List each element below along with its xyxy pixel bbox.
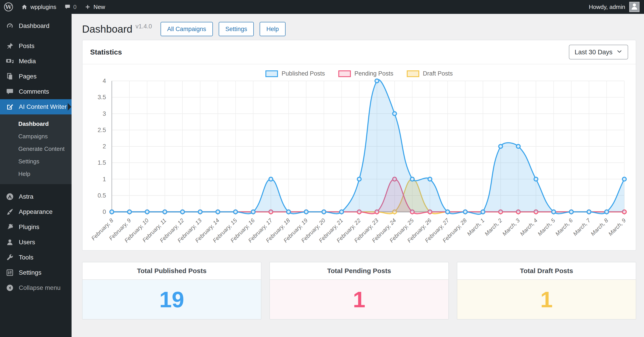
wrench-icon: [6, 253, 14, 262]
statistics-chart-svg: 00.511.522.533.54February, 8February, 9F…: [82, 64, 636, 250]
sidebar-item-label: Pages: [19, 73, 36, 80]
legend-swatch-published: [266, 70, 278, 77]
page-title: Dashboard: [82, 23, 132, 35]
sidebar-item-label: AI Content Writer: [19, 103, 67, 110]
sliders-icon: [6, 269, 14, 277]
pages-icon: [6, 72, 14, 80]
new-content-menu[interactable]: New: [80, 0, 109, 14]
svg-text:March, 8: March, 8: [590, 217, 609, 237]
svg-text:March, 3: March, 3: [501, 217, 521, 237]
svg-text:0: 0: [103, 209, 106, 215]
submenu-item-help[interactable]: Help: [0, 168, 72, 180]
all-campaigns-button[interactable]: All Campaigns: [160, 22, 213, 36]
submenu-item-campaigns[interactable]: Campaigns: [0, 130, 72, 143]
sidebar-item-label: Comments: [19, 88, 49, 95]
legend-item-draft[interactable]: Draft Posts: [407, 70, 453, 77]
svg-text:2.5: 2.5: [98, 127, 106, 133]
statistics-chart: Published Posts Pending Posts Draft Post…: [82, 64, 636, 250]
total-draft-value: 1: [540, 287, 553, 313]
sidebar-submenu: DashboardCampaignsGenerate ContentSettin…: [0, 114, 72, 184]
total-published-value: 19: [159, 287, 184, 313]
svg-text:4: 4: [103, 77, 106, 84]
sidebar-item-label: Dashboard: [19, 22, 50, 29]
sidebar-item-settings[interactable]: Settings: [0, 265, 72, 280]
sidebar-menu-bottom: AstraAppearancePluginsUsersToolsSettings: [0, 189, 72, 280]
sidebar-item-users[interactable]: Users: [0, 235, 72, 250]
legend-swatch-pending: [338, 70, 351, 77]
summary-cards: Total Published Posts 19 Total Pending P…: [82, 262, 636, 320]
sidebar-item-label: Users: [19, 239, 35, 246]
sidebar-item-astra[interactable]: Astra: [0, 189, 72, 204]
settings-button[interactable]: Settings: [219, 22, 254, 36]
sidebar-menu-top: DashboardPostsMediaPagesCommentsAI Conte…: [0, 18, 72, 114]
statistics-title: Statistics: [90, 48, 122, 56]
legend-item-pending[interactable]: Pending Posts: [338, 70, 393, 77]
sidebar-item-appearance[interactable]: Appearance: [0, 204, 72, 219]
home-icon: [21, 3, 28, 10]
comments-icon: [6, 88, 14, 96]
comments-shortcut[interactable]: 0: [60, 0, 80, 14]
total-pending-value: 1: [353, 287, 366, 313]
legend-item-published[interactable]: Published Posts: [266, 70, 325, 77]
total-draft-title: Total Draft Posts: [457, 262, 636, 280]
dashboard-icon: [6, 22, 14, 30]
sidebar-item-pages[interactable]: Pages: [0, 69, 72, 84]
sidebar-item-media[interactable]: Media: [0, 54, 72, 69]
total-published-title: Total Published Posts: [82, 262, 261, 280]
total-pending-card: Total Pending Posts 1: [270, 262, 449, 320]
svg-text:3: 3: [103, 110, 106, 117]
sidebar-item-label: Astra: [19, 193, 33, 200]
howdy-text[interactable]: Howdy, admin: [589, 3, 625, 10]
admin-bar-right: Howdy, admin: [589, 0, 644, 14]
site-link[interactable]: wpplugins: [17, 0, 60, 14]
legend-label-pending: Pending Posts: [354, 70, 393, 77]
svg-text:March, 6: March, 6: [554, 217, 574, 237]
site-name: wpplugins: [30, 3, 56, 10]
sidebar-item-tools[interactable]: Tools: [0, 250, 72, 265]
svg-text:1: 1: [103, 176, 106, 183]
chart-legend: Published Posts Pending Posts Draft Post…: [82, 70, 636, 77]
brush-icon: [6, 208, 14, 216]
plugin-version: v1.4.0: [136, 23, 152, 30]
media-icon: [6, 57, 14, 65]
total-published-body: 19: [82, 280, 261, 319]
sidebar-item-posts[interactable]: Posts: [0, 38, 72, 54]
sidebar-item-label: Settings: [19, 269, 41, 276]
user-avatar[interactable]: [629, 2, 640, 12]
comment-count: 0: [73, 3, 76, 10]
svg-text:March, 2: March, 2: [484, 217, 503, 237]
sidebar-item-label: Appearance: [19, 208, 52, 215]
sidebar-item-plugins[interactable]: Plugins: [0, 219, 72, 235]
chevron-down-icon: [616, 48, 622, 56]
sidebar-item-dashboard[interactable]: Dashboard: [0, 18, 72, 33]
submenu-item-generate-content[interactable]: Generate Content: [0, 143, 72, 155]
sidebar-item-label: Plugins: [19, 224, 39, 231]
admin-sidebar: DashboardPostsMediaPagesCommentsAI Conte…: [0, 14, 72, 337]
svg-text:March, 7: March, 7: [572, 217, 592, 237]
svg-text:2: 2: [103, 143, 106, 150]
user-icon: [6, 238, 14, 246]
submenu-item-settings[interactable]: Settings: [0, 155, 72, 168]
sidebar-item-label: Media: [19, 58, 36, 65]
sidebar-item-comments[interactable]: Comments: [0, 84, 72, 99]
legend-label-draft: Draft Posts: [423, 70, 453, 77]
submenu-item-dashboard[interactable]: Dashboard: [0, 118, 72, 130]
svg-text:3.5: 3.5: [98, 94, 106, 101]
sidebar-item-collapse-menu[interactable]: Collapse menu: [0, 280, 72, 296]
help-button[interactable]: Help: [260, 22, 286, 36]
comment-bubble-icon: [64, 4, 71, 10]
wordpress-menu[interactable]: W: [0, 0, 17, 14]
total-pending-body: 1: [270, 280, 448, 319]
header-actions: All Campaigns Settings Help: [160, 22, 286, 36]
wordpress-logo-icon: W: [4, 2, 13, 11]
statistics-panel-header: Statistics Last 30 Days: [82, 40, 636, 64]
svg-text:March, 5: March, 5: [536, 217, 556, 237]
total-published-card: Total Published Posts 19: [82, 262, 262, 320]
plus-icon: [84, 4, 91, 10]
content-area: Dashboard v1.4.0 All Campaigns Settings …: [72, 14, 644, 337]
date-range-dropdown[interactable]: Last 30 Days: [569, 45, 628, 59]
admin-bar-left: W wpplugins 0 New: [0, 0, 109, 14]
page-header: Dashboard v1.4.0 All Campaigns Settings …: [82, 22, 644, 36]
sidebar-item-ai-content-writer[interactable]: AI Content Writer: [0, 99, 72, 114]
date-range-value: Last 30 Days: [575, 48, 612, 56]
